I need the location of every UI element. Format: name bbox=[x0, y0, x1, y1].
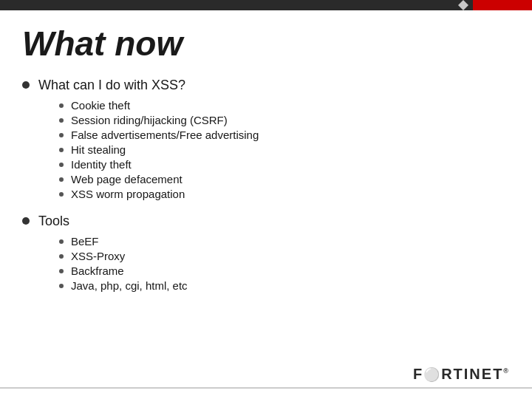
sub-bullet-dot-0-4 bbox=[59, 163, 64, 167]
sub-bullet-dot-0-6 bbox=[59, 192, 64, 197]
sub-bullet-dot-1-3 bbox=[59, 284, 64, 288]
main-bullet-text-1: Tools bbox=[38, 214, 69, 229]
sub-bullet-dot-1-0 bbox=[59, 239, 64, 244]
sub-bullet-dot-0-0 bbox=[59, 103, 64, 108]
main-bullet-dot-1 bbox=[22, 217, 30, 225]
sub-bullet-dot-0-1 bbox=[59, 118, 64, 123]
diamond-decoration bbox=[458, 0, 468, 10]
main-bullet-dot-0 bbox=[22, 81, 30, 89]
sub-bullet-dot-1-2 bbox=[59, 269, 64, 273]
sub-bullet-text-0-2: False advertisements/Free advertising bbox=[71, 129, 259, 141]
main-bullet-1: Tools bbox=[22, 214, 502, 229]
list-item: Identity theft bbox=[59, 158, 502, 171]
list-item: Java, php, cgi, html, etc bbox=[59, 279, 502, 292]
sub-bullets-1: BeEFXSS-ProxyBackframeJava, php, cgi, ht… bbox=[59, 235, 502, 292]
logo-brand-text: F⚪RTINET® bbox=[413, 366, 510, 383]
list-item: XSS-Proxy bbox=[59, 250, 502, 262]
list-item: Web page defacement bbox=[59, 173, 502, 185]
sub-bullet-dot-0-2 bbox=[59, 133, 64, 137]
red-accent-bar bbox=[473, 0, 532, 10]
sub-bullet-text-1-3: Java, php, cgi, html, etc bbox=[71, 279, 188, 292]
main-bullet-0: What can I do with XSS? bbox=[22, 78, 502, 93]
list-item: Hit stealing bbox=[59, 143, 502, 156]
sub-bullet-text-0-5: Web page defacement bbox=[71, 173, 183, 185]
sections-container: What can I do with XSS?Cookie theftSessi… bbox=[22, 78, 502, 292]
sub-bullet-text-1-1: XSS-Proxy bbox=[71, 250, 125, 262]
sub-bullet-dot-1-1 bbox=[59, 254, 64, 259]
sub-bullet-dot-0-3 bbox=[59, 148, 64, 152]
sub-bullet-text-1-0: BeEF bbox=[71, 235, 99, 248]
bottom-divider bbox=[0, 387, 532, 389]
sub-bullet-text-0-0: Cookie theft bbox=[71, 99, 130, 112]
sub-bullet-text-0-4: Identity theft bbox=[71, 158, 132, 171]
sub-bullet-text-0-3: Hit stealing bbox=[71, 143, 126, 156]
section-xss-section: What can I do with XSS?Cookie theftSessi… bbox=[22, 78, 502, 200]
trademark-symbol: ® bbox=[503, 367, 510, 375]
section-tools-section: ToolsBeEFXSS-ProxyBackframeJava, php, cg… bbox=[22, 214, 502, 292]
list-item: XSS worm propagation bbox=[59, 188, 502, 200]
list-item: Cookie theft bbox=[59, 99, 502, 112]
list-item: BeEF bbox=[59, 235, 502, 248]
top-bar bbox=[0, 0, 532, 10]
list-item: False advertisements/Free advertising bbox=[59, 129, 502, 141]
sub-bullets-0: Cookie theftSession riding/hijacking (CS… bbox=[59, 99, 502, 200]
main-bullet-text-0: What can I do with XSS? bbox=[38, 78, 185, 93]
list-item: Session riding/hijacking (CSRF) bbox=[59, 114, 502, 126]
sub-bullet-dot-0-5 bbox=[59, 177, 64, 182]
sub-bullet-text-1-2: Backframe bbox=[71, 265, 124, 277]
list-item: Backframe bbox=[59, 265, 502, 277]
sub-bullet-text-0-6: XSS worm propagation bbox=[71, 188, 185, 200]
sub-bullet-text-0-1: Session riding/hijacking (CSRF) bbox=[71, 114, 228, 126]
fortinet-logo: F⚪RTINET® bbox=[413, 366, 510, 383]
page-title: What now bbox=[22, 25, 502, 63]
main-content: What now What can I do with XSS?Cookie t… bbox=[0, 10, 532, 399]
